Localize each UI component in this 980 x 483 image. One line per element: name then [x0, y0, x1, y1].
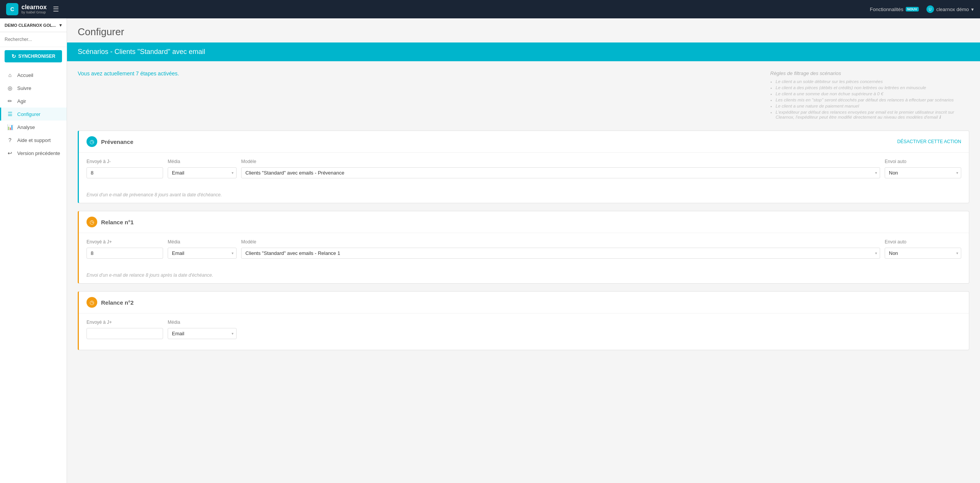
sidebar-item-accueil[interactable]: ⌂ Accueil	[0, 69, 67, 82]
relance1-envoi-input[interactable]	[87, 248, 163, 259]
prevenance-auto-select[interactable]: Non Oui	[885, 167, 961, 178]
prevenance-note: Envoi d'un e-mail de prévenance 8 jours …	[79, 189, 969, 203]
logo-icon: C	[6, 3, 18, 15]
relance2-title: Relance n°2	[101, 299, 134, 306]
filter-rule-item: L'expéditeur par défaut des relances env…	[776, 110, 969, 120]
deactivate-prevenance-button[interactable]: DÉSACTIVER CETTE ACTION	[897, 139, 961, 144]
relance1-media-label: Média	[168, 239, 237, 245]
prevenance-modele-group: Modèle Clients "Standard" avec emails - …	[241, 159, 880, 178]
filter-rules: Règles de filtrage des scénarios Le clie…	[770, 70, 969, 121]
prevenance-title: Prévenance	[101, 139, 133, 145]
user-menu[interactable]: U clearnox démo ▾	[926, 5, 974, 13]
home-icon: ⌂	[7, 72, 13, 78]
prevenance-media-select[interactable]: Email SMS Courrier	[168, 167, 237, 178]
relance2-media-wrapper: Email SMS Courrier ▾	[168, 328, 237, 339]
relance1-media-select[interactable]: Email SMS Courrier	[168, 248, 237, 259]
top-nav-left: C clearnox by Isabel Group ☰	[6, 3, 59, 15]
prevenance-fields: Envoyé à J- Média Email SMS Courrier	[79, 153, 969, 189]
relance1-auto-select[interactable]: Non Oui	[885, 248, 961, 259]
new-badge: NOUV	[906, 7, 919, 11]
sidebar-item-label: Suivre	[17, 85, 31, 91]
back-icon: ↩	[7, 150, 13, 156]
prevenance-envoi-input[interactable]	[87, 167, 163, 178]
relance2-fields: Envoyé à J+ Média Email SMS Courrier	[79, 313, 969, 350]
sidebar-item-agir[interactable]: ✏ Agir	[0, 95, 67, 108]
top-nav: C clearnox by Isabel Group ☰ Fonctionnal…	[0, 0, 980, 18]
logo-area: C clearnox by Isabel Group	[6, 3, 47, 15]
prevenance-envoi-label: Envoyé à J-	[87, 159, 163, 164]
sidebar-nav: ⌂ Accueil ◎ Suivre ✏ Agir ☰ Configurer 📊…	[0, 65, 67, 163]
relance1-media-wrapper: Email SMS Courrier ▾	[168, 248, 237, 259]
eye-icon: ◎	[7, 85, 13, 91]
relance1-fields: Envoyé à J+ Média Email SMS Courrier	[79, 233, 969, 269]
relance1-header: ◷ Relance n°1	[79, 211, 969, 233]
prevenance-title-area: ◷ Prévenance	[87, 136, 133, 147]
relance2-envoi-label: Envoyé à J+	[87, 320, 163, 325]
relance2-envoi-group: Envoyé à J+	[87, 320, 163, 339]
page-title: Configurer	[78, 26, 969, 38]
relance1-auto-wrapper: Non Oui ▾	[885, 248, 961, 259]
filter-rule-item: Le client a des pièces (débits et crédit…	[776, 85, 969, 90]
steps-active-text: Vous avez actuellement 7 étapes activées…	[78, 70, 179, 77]
relance1-modele-group: Modèle Clients "Standard" avec emails - …	[241, 239, 880, 259]
company-chevron-icon: ▾	[59, 22, 62, 28]
relance2-media-select[interactable]: Email SMS Courrier	[168, 328, 237, 339]
scenario-header-title: Scénarios - Clients "Standard" avec emai…	[78, 48, 205, 55]
sidebar-item-label: Configurer	[17, 111, 41, 117]
prevenance-auto-label: Envoi auto	[885, 159, 961, 164]
scenario-header: Scénarios - Clients "Standard" avec emai…	[67, 42, 980, 61]
user-label: clearnox démo	[936, 7, 969, 12]
chart-icon: 📊	[7, 124, 13, 130]
relance2-icon: ◷	[87, 297, 97, 308]
relance1-modele-label: Modèle	[241, 239, 880, 245]
sidebar-item-version[interactable]: ↩ Version précédente	[0, 147, 67, 160]
fonctionnalites-menu[interactable]: Fonctionnalités NOUV	[870, 7, 918, 12]
relance1-media-group: Média Email SMS Courrier ▾	[168, 239, 237, 259]
relance2-envoi-input[interactable]	[87, 328, 163, 339]
info-row: Vous avez actuellement 7 étapes activées…	[78, 70, 969, 121]
prevenance-media-wrapper: Email SMS Courrier ▾	[168, 167, 237, 178]
relance1-modele-select[interactable]: Clients "Standard" avec emails - Relance…	[241, 248, 880, 259]
company-selector[interactable]: DEMO CLEARNOX GOL... ▾	[0, 18, 67, 32]
relance1-title: Relance n°1	[101, 219, 134, 225]
sidebar-item-analyse[interactable]: 📊 Analyse	[0, 121, 67, 134]
prevenance-section: ◷ Prévenance DÉSACTIVER CETTE ACTION Env…	[78, 131, 969, 203]
filter-rule-item: Les clients mis en "stop" seront décoché…	[776, 98, 969, 102]
search-area	[0, 32, 67, 47]
company-name: DEMO CLEARNOX GOL...	[5, 23, 56, 28]
sidebar-item-label: Analyse	[17, 124, 35, 130]
filter-rule-item: Le client a un solde débiteur sur les pi…	[776, 79, 969, 84]
prevenance-modele-select[interactable]: Clients "Standard" avec emails - Prévena…	[241, 167, 880, 178]
sidebar-item-aide[interactable]: ? Aide et support	[0, 134, 67, 147]
prevenance-fields-row: Envoyé à J- Média Email SMS Courrier	[87, 159, 961, 178]
sidebar-item-configurer[interactable]: ☰ Configurer	[0, 108, 67, 121]
sidebar-item-label: Aide et support	[17, 137, 51, 143]
relance1-fields-row: Envoyé à J+ Média Email SMS Courrier	[87, 239, 961, 259]
main-content: Configurer Scénarios - Clients "Standard…	[67, 18, 980, 483]
top-nav-right: Fonctionnalités NOUV U clearnox démo ▾	[870, 5, 974, 13]
filter-rule-item: Le client a une nature de paiement manue…	[776, 104, 969, 108]
search-input[interactable]	[5, 35, 62, 44]
relance2-media-label: Média	[168, 320, 237, 325]
relance2-media-group: Média Email SMS Courrier ▾	[168, 320, 237, 339]
relance1-envoi-group: Envoyé à J+	[87, 239, 163, 259]
filter-rules-list: Le client a un solde débiteur sur les pi…	[770, 79, 969, 120]
config-icon: ☰	[7, 111, 13, 117]
help-icon: ?	[7, 137, 13, 143]
prevenance-auto-group: Envoi auto Non Oui ▾	[885, 159, 961, 178]
prevenance-auto-wrapper: Non Oui ▾	[885, 167, 961, 178]
sync-button[interactable]: ↻ SYNCHRONISER	[5, 50, 62, 62]
sidebar-item-suivre[interactable]: ◎ Suivre	[0, 82, 67, 95]
layout: DEMO CLEARNOX GOL... ▾ ↻ SYNCHRONISER ⌂ …	[0, 18, 980, 483]
sidebar: DEMO CLEARNOX GOL... ▾ ↻ SYNCHRONISER ⌂ …	[0, 18, 67, 483]
hamburger-icon[interactable]: ☰	[53, 5, 59, 13]
relance1-icon: ◷	[87, 217, 97, 227]
sidebar-item-label: Accueil	[17, 72, 33, 78]
fonctionnalites-label: Fonctionnalités	[870, 7, 903, 12]
relance2-fields-row: Envoyé à J+ Média Email SMS Courrier	[87, 320, 961, 339]
relance1-section: ◷ Relance n°1 Envoyé à J+ Média	[78, 211, 969, 284]
user-chevron-icon: ▾	[971, 7, 974, 12]
prevenance-header: ◷ Prévenance DÉSACTIVER CETTE ACTION	[79, 131, 969, 153]
sidebar-item-label: Agir	[17, 98, 26, 104]
prevenance-modele-label: Modèle	[241, 159, 880, 164]
